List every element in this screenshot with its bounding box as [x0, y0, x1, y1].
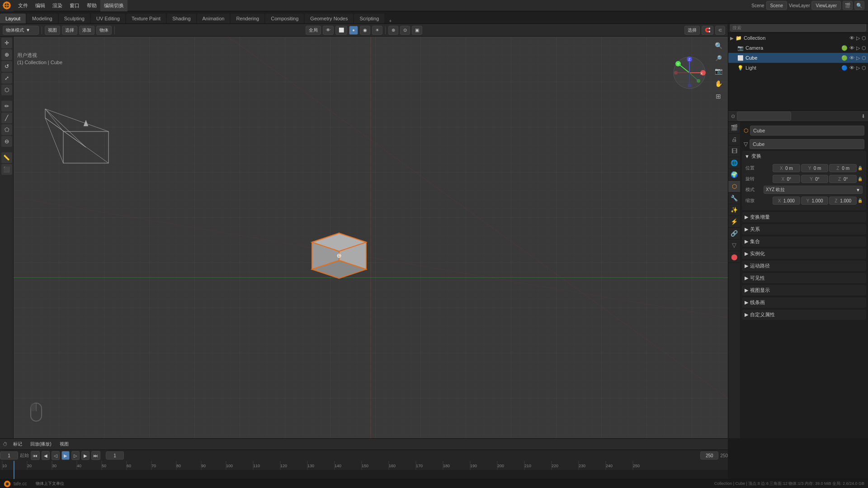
- proportional-edit[interactable]: ⊂: [715, 26, 725, 35]
- prev-frame-btn[interactable]: ◀: [42, 451, 50, 460]
- view-type-btn[interactable]: 👁: [323, 26, 334, 35]
- scale-x-field[interactable]: X 1.000: [773, 197, 800, 205]
- properties-search[interactable]: [737, 112, 791, 121]
- annotate-line-tool[interactable]: ╱: [1, 113, 12, 123]
- props-data-name-input[interactable]: [750, 139, 864, 149]
- zoom-in-btn[interactable]: 🔍: [713, 40, 724, 51]
- object-menu[interactable]: 物体: [96, 26, 112, 35]
- shading-header[interactable]: ▶ 线条画: [742, 297, 866, 308]
- menu-help[interactable]: 帮助: [83, 0, 100, 11]
- view-menu[interactable]: 视图: [45, 26, 60, 35]
- relations-header[interactable]: ▶ 关系: [742, 224, 866, 235]
- scale-z-field[interactable]: Z 1.000: [829, 197, 857, 205]
- props-tab-data[interactable]: ▽: [728, 239, 740, 251]
- annotate-tool[interactable]: ✏: [1, 101, 12, 112]
- view-layer-selector[interactable]: ViewLayer: [811, 1, 841, 10]
- measure-tool[interactable]: 📏: [1, 152, 12, 163]
- overlay-toggle[interactable]: ⊙: [400, 26, 410, 35]
- transform-tool[interactable]: ⬡: [1, 84, 12, 95]
- viewport[interactable]: X Y Z 用户透视 (1) Collection | Cube: [14, 24, 728, 438]
- timeline-playback-item[interactable]: 回放(播放): [28, 440, 54, 449]
- scale-tool[interactable]: ⤢: [1, 73, 12, 84]
- tab-layout[interactable]: Layout: [0, 14, 26, 23]
- render-button[interactable]: 🎬: [843, 1, 853, 10]
- tab-modeling[interactable]: Modeling: [27, 14, 58, 23]
- outliner-item-collection[interactable]: ▶ 📁 Collection 👁 ▷ ⬡: [728, 33, 868, 43]
- menu-window[interactable]: 窗口: [66, 0, 83, 11]
- pan-btn[interactable]: ✋: [713, 78, 724, 89]
- viewport-display-header[interactable]: ▶ 视图显示: [742, 285, 866, 296]
- menu-render[interactable]: 渲染: [49, 0, 66, 11]
- props-tab-material[interactable]: ⬤: [728, 251, 740, 263]
- outliner-item-light[interactable]: 💡 Light 🔵 👁 ▷ ⬡: [728, 63, 868, 73]
- rotation-mode-select[interactable]: XYZ 欧拉 ▼: [764, 186, 863, 194]
- tab-uv-editing[interactable]: UV Editing: [91, 14, 125, 23]
- scale-lock-icon[interactable]: 🔒: [858, 198, 863, 203]
- tab-sculpting[interactable]: Sculpting: [59, 14, 90, 23]
- rotation-y-field[interactable]: Y 0°: [801, 175, 829, 183]
- visibility-header[interactable]: ▶ 可见性: [742, 273, 866, 283]
- rotation-lock-icon[interactable]: 🔒: [858, 177, 863, 181]
- current-frame-input[interactable]: [106, 451, 124, 460]
- add-cube-tool[interactable]: ⬛: [1, 164, 12, 175]
- shading-material[interactable]: ◉: [360, 26, 370, 35]
- motion-paths-header[interactable]: ▶ 运动路径: [742, 261, 866, 271]
- location-z-field[interactable]: Z 0 m: [829, 164, 857, 172]
- menu-file[interactable]: 文件: [14, 0, 32, 11]
- props-tab-constraint[interactable]: 🔗: [728, 228, 740, 239]
- annotate-erase-tool[interactable]: ⊖: [1, 136, 12, 147]
- props-object-name-input[interactable]: [750, 126, 864, 136]
- snap-toggle[interactable]: 🧲: [702, 26, 713, 35]
- next-keyframe-btn[interactable]: ▷: [71, 451, 80, 460]
- gizmo-toggle[interactable]: ⊕: [388, 26, 398, 35]
- start-frame-input[interactable]: [0, 451, 18, 460]
- tab-compositing[interactable]: Compositing: [265, 14, 304, 23]
- transform-section-header[interactable]: ▼ 变换: [742, 151, 866, 161]
- timeline-menu-item[interactable]: 标记: [10, 440, 25, 449]
- instancing-header[interactable]: ▶ 实例化: [742, 249, 866, 259]
- props-tab-view[interactable]: 🎞: [728, 145, 740, 157]
- scene-selector[interactable]: Scene: [766, 1, 787, 10]
- tab-scripting[interactable]: Scripting: [354, 14, 384, 23]
- delta-transform-header[interactable]: ▶ 变换增量: [742, 212, 866, 222]
- add-menu[interactable]: 添加: [79, 26, 94, 35]
- shading-solid[interactable]: ●: [349, 26, 358, 35]
- scale-y-field[interactable]: Y 1.000: [801, 197, 829, 205]
- next-frame-btn[interactable]: ▶: [81, 451, 90, 460]
- menu-edit[interactable]: 编辑: [32, 0, 49, 11]
- cursor-tool[interactable]: ✛: [1, 38, 12, 48]
- frame-all-btn[interactable]: ⊞: [713, 91, 724, 102]
- tab-rendering[interactable]: Rendering: [231, 14, 264, 23]
- menu-edit-toggle[interactable]: 编辑切换: [100, 0, 127, 11]
- shading-rendered[interactable]: ☀: [372, 26, 382, 35]
- blender-logo[interactable]: [0, 0, 14, 11]
- props-tab-physics[interactable]: ⚡: [728, 216, 740, 228]
- tab-plus[interactable]: +: [385, 18, 395, 23]
- outliner-item-cube[interactable]: ⬜ Cube 🟢 👁 ▷ ⬡: [728, 53, 868, 63]
- global-local-toggle[interactable]: 全局: [306, 26, 321, 35]
- annotate-poly-tool[interactable]: ⬠: [1, 124, 12, 135]
- props-tab-output[interactable]: 🖨: [728, 134, 740, 145]
- play-btn[interactable]: ▶: [61, 451, 70, 460]
- move-tool[interactable]: ⊕: [1, 49, 12, 60]
- camera-view-btn[interactable]: 📷: [713, 66, 724, 76]
- search-icon[interactable]: 🔍: [854, 1, 864, 10]
- jump-end-btn[interactable]: ⏭: [91, 451, 100, 460]
- tab-geometry-nodes[interactable]: Geometry Nodes: [305, 14, 353, 23]
- outliner-search-input[interactable]: [730, 23, 866, 32]
- rotation-x-field[interactable]: X 0°: [773, 175, 800, 183]
- props-tab-object[interactable]: ⬡: [728, 181, 740, 192]
- select-menu[interactable]: 选择: [62, 26, 77, 35]
- outliner-item-camera[interactable]: 📷 Camera 🟢 👁 ▷ ⬡: [728, 43, 868, 53]
- rotation-z-field[interactable]: Z 0°: [829, 175, 857, 183]
- props-tab-modifier[interactable]: 🔧: [728, 192, 740, 204]
- prev-keyframe-btn[interactable]: ◁: [52, 451, 60, 460]
- shading-wireframe[interactable]: ⬜: [335, 26, 347, 35]
- properties-filter-btn[interactable]: ⬇: [861, 113, 865, 119]
- collections-header[interactable]: ▶ 集合: [742, 236, 866, 247]
- location-x-field[interactable]: X 0 m: [773, 164, 800, 172]
- timeline-view-item[interactable]: 视图: [57, 440, 71, 449]
- props-tab-particles[interactable]: ✨: [728, 204, 740, 216]
- tab-texture-paint[interactable]: Texture Paint: [126, 14, 166, 23]
- location-lock-icon[interactable]: 🔒: [858, 166, 863, 170]
